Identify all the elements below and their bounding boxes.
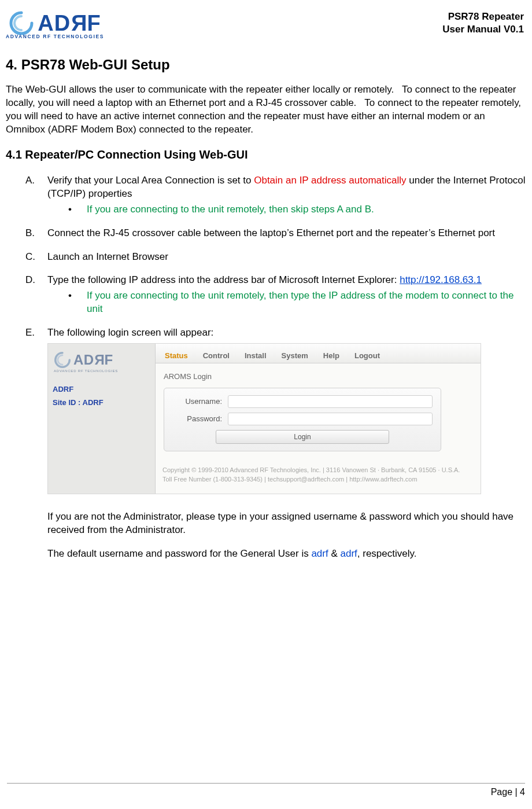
section-heading: 4. PSR78 Web-GUI Setup xyxy=(6,57,526,73)
step-b-text: Connect the RJ-45 crossover cable betwee… xyxy=(47,227,495,238)
step-marker: C. xyxy=(25,251,35,264)
after2-post: , respectively. xyxy=(357,548,417,559)
intro-paragraph: The Web-GUI allows the user to communica… xyxy=(6,83,526,137)
step-a-text-pre: Verify that your Local Area Connection i… xyxy=(47,175,254,186)
screenshot-main: Status Control Install System Help Logou… xyxy=(156,344,481,494)
tab-status[interactable]: Status xyxy=(164,347,189,365)
page-number: Page | 4 xyxy=(491,787,525,797)
screenshot-footer-line1: Copyright © 1999-2010 Advanced RF Techno… xyxy=(162,465,474,475)
ip-address-link[interactable]: http://192.168.63.1 xyxy=(400,274,482,285)
after-screenshot-para1: If you are not the Administrator, please… xyxy=(47,510,526,537)
login-button[interactable]: Login xyxy=(216,430,389,444)
after-screenshot-para2: The default username and password for th… xyxy=(47,547,526,561)
step-c-text: Launch an Internet Browser xyxy=(47,251,168,262)
login-panel-title: AROMS Login xyxy=(164,372,472,382)
default-password: adrf xyxy=(341,548,357,559)
step-marker: D. xyxy=(25,274,35,287)
step-a-sublist: If you are connecting to the unit remote… xyxy=(47,203,526,216)
steps-list: A. Verify that your Local Area Connectio… xyxy=(6,174,526,561)
tab-help[interactable]: Help xyxy=(322,347,341,365)
logo-swirl-icon xyxy=(54,351,71,369)
screenshot-logo-text: ADRF xyxy=(73,351,113,369)
step-d-sublist: If you are connecting to the unit remote… xyxy=(47,289,526,316)
step-e: E. The following login screen will appea… xyxy=(25,326,526,560)
step-a: A. Verify that your Local Area Connectio… xyxy=(25,174,526,216)
logo: ADRF ADVANCED RF TECHNOLOGIES xyxy=(6,10,104,39)
after2-mid: & xyxy=(328,548,341,559)
step-marker: E. xyxy=(25,326,35,340)
logo-subtitle: ADVANCED RF TECHNOLOGIES xyxy=(6,34,104,39)
login-screenshot: ADRF ADVANCED RF TECHNOLOGIES ADRF Site … xyxy=(47,343,481,494)
step-d-text-pre: Type the following IP address into the a… xyxy=(47,274,400,285)
step-a-bullet-text: If you are connecting to the unit remote… xyxy=(87,204,374,215)
doc-title-line2: User Manual V0.1 xyxy=(442,23,524,36)
sidebar-item-adrf[interactable]: ADRF xyxy=(53,383,150,396)
logo-swirl-icon xyxy=(9,10,34,36)
screenshot-logo: ADRF ADVANCED RF TECHNOLOGIES xyxy=(48,347,155,376)
step-a-bullet: If you are connecting to the unit remote… xyxy=(68,203,526,216)
sidebar-item-siteid[interactable]: Site ID : ADRF xyxy=(53,396,150,410)
password-label: Password: xyxy=(172,414,228,424)
username-input[interactable] xyxy=(228,395,433,408)
logo-text: ADRF xyxy=(38,11,101,36)
step-marker: B. xyxy=(25,227,35,240)
login-form: Username: Password: Login xyxy=(164,388,441,451)
default-username: adrf xyxy=(311,548,328,559)
tab-control[interactable]: Control xyxy=(202,347,231,365)
step-d-bullet-text: If you are connecting to the unit remote… xyxy=(87,290,513,314)
screenshot-footer-line2: Toll Free Number (1-800-313-9345) | tech… xyxy=(162,475,474,484)
after2-pre: The default username and password for th… xyxy=(47,548,311,559)
subsection-heading: 4.1 Repeater/PC Connection Using Web-GUI xyxy=(6,148,526,161)
password-input[interactable] xyxy=(228,413,433,425)
screenshot-footer: Copyright © 1999-2010 Advanced RF Techno… xyxy=(156,451,481,494)
step-marker: A. xyxy=(25,174,35,187)
step-a-red-text: Obtain an IP address automatically xyxy=(254,175,406,186)
step-d-bullet: If you are connecting to the unit remote… xyxy=(68,289,526,316)
page-footer: Page | 4 xyxy=(7,783,525,797)
step-c: C. Launch an Internet Browser xyxy=(25,251,526,264)
step-d: D. Type the following IP address into th… xyxy=(25,274,526,316)
tab-install[interactable]: Install xyxy=(243,347,268,365)
step-b: B. Connect the RJ-45 crossover cable bet… xyxy=(25,227,526,240)
page-header: ADRF ADVANCED RF TECHNOLOGIES PSR78 Repe… xyxy=(6,10,526,39)
tab-system[interactable]: System xyxy=(280,347,309,365)
tab-logout[interactable]: Logout xyxy=(353,347,381,365)
screenshot-tabs: Status Control Install System Help Logou… xyxy=(156,344,481,363)
screenshot-sidebar: ADRF ADVANCED RF TECHNOLOGIES ADRF Site … xyxy=(48,344,156,494)
step-e-text: The following login screen will appear: xyxy=(47,327,213,338)
doc-title-line1: PSR78 Repeater xyxy=(442,10,524,23)
document-title: PSR78 Repeater User Manual V0.1 xyxy=(442,10,524,36)
username-label: Username: xyxy=(172,396,228,407)
